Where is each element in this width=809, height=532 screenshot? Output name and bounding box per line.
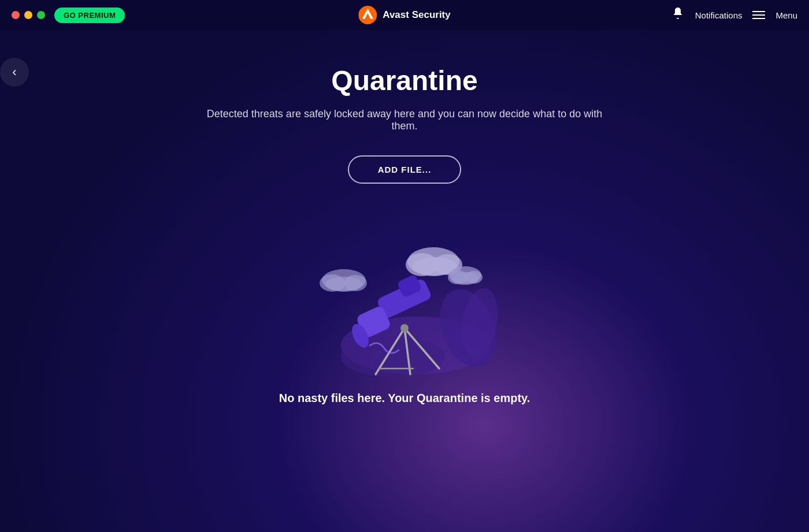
back-button[interactable]: ‹ xyxy=(0,58,29,87)
maximize-button[interactable] xyxy=(37,11,45,19)
illustration-svg xyxy=(289,213,520,386)
empty-state-label: No nasty files here. Your Quarantine is … xyxy=(279,392,530,405)
menu-label[interactable]: Menu xyxy=(775,10,797,20)
minimize-button[interactable] xyxy=(24,11,32,19)
quarantine-illustration xyxy=(289,213,520,386)
svg-point-12 xyxy=(400,324,409,332)
menu-icon[interactable] xyxy=(752,11,765,19)
chevron-left-icon: ‹ xyxy=(12,65,16,80)
app-name-label: Avast Security xyxy=(383,9,450,21)
add-file-button[interactable]: ADD FILE... xyxy=(348,155,462,184)
main-content: Quarantine Detected threats are safely l… xyxy=(0,30,809,532)
app-window: GO PREMIUM Avast Security Notifications xyxy=(0,0,809,532)
svg-point-25 xyxy=(325,277,362,292)
premium-button[interactable]: GO PREMIUM xyxy=(54,8,125,23)
page-title: Quarantine xyxy=(331,65,477,96)
notifications-label[interactable]: Notifications xyxy=(695,10,743,20)
title-right-controls: Notifications Menu xyxy=(671,6,797,24)
close-button[interactable] xyxy=(12,11,20,19)
avast-logo-icon xyxy=(358,6,377,24)
bell-icon[interactable] xyxy=(671,6,685,24)
window-controls xyxy=(12,11,45,19)
page-subtitle: Detected threats are safely locked away … xyxy=(202,108,607,132)
app-title-group: Avast Security xyxy=(358,6,450,24)
svg-point-21 xyxy=(451,272,479,285)
title-bar: GO PREMIUM Avast Security Notifications xyxy=(0,0,809,30)
